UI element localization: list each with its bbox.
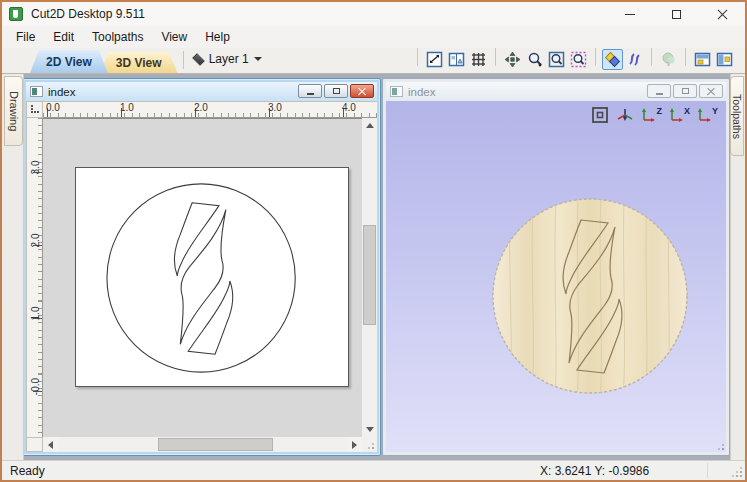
close-icon: [358, 87, 366, 95]
zoom-to-drawing-icon: [426, 51, 443, 68]
menubar: File Edit Toolpaths View Help: [2, 26, 745, 48]
window-title: Cut2D Desktop 9.511: [31, 7, 145, 21]
axis-label-y: Y: [712, 107, 718, 116]
vector-artwork[interactable]: [76, 168, 348, 386]
toggle-2d-3d-view-button[interactable]: [446, 49, 467, 70]
viewport-3d[interactable]: Z X: [386, 101, 726, 452]
tile-windows-horizontal-button[interactable]: [692, 49, 713, 70]
pan-view-icon: [504, 51, 521, 68]
toolbar-icon-group: [412, 48, 745, 73]
status-separator: [707, 463, 708, 478]
scroll-up-button[interactable]: [362, 118, 377, 133]
layer-selector[interactable]: Layer 1: [189, 47, 268, 73]
arrow-down-icon: [366, 427, 374, 432]
maximize-button[interactable]: [653, 2, 699, 26]
zoom-to-drawing-button[interactable]: [424, 49, 445, 70]
arrow-up-icon: [366, 123, 374, 128]
plan-view-z-button[interactable]: Z: [641, 107, 662, 123]
child-restore-button[interactable]: [673, 84, 697, 98]
ruler-label: 0.0: [46, 102, 60, 113]
scroll-right-button[interactable]: [347, 437, 362, 452]
window-2d-title: index: [48, 86, 76, 98]
minimize-button[interactable]: [607, 2, 653, 26]
ruler-label: 3.0: [268, 102, 282, 113]
zoom-to-selection-button[interactable]: [568, 49, 589, 70]
drawing-canvas-2d[interactable]: [43, 118, 362, 437]
side-view-y-button[interactable]: Y: [697, 107, 718, 123]
window-3d-titlebar[interactable]: index: [386, 82, 726, 101]
snap-to-guides-icon: [626, 51, 643, 68]
status-bar: Ready X: 3.6241 Y: -0.9986: [2, 460, 745, 480]
zoom-box-icon: [548, 51, 565, 68]
vertical-scrollbar[interactable]: [362, 118, 377, 437]
close-button[interactable]: [699, 2, 745, 26]
zoom-interactive-button[interactable]: [524, 49, 545, 70]
tab-3d-view[interactable]: 3D View: [100, 52, 178, 73]
scroll-down-button[interactable]: [362, 422, 377, 437]
toolbar-separator: [651, 48, 652, 66]
view-tabs: 2D View 3D View: [30, 47, 178, 73]
tile-windows-vertical-button[interactable]: [714, 49, 735, 70]
vertical-ruler[interactable]: 3.0 2.0 1.0 -0.0: [26, 118, 43, 437]
snap-to-objects-button[interactable]: [602, 49, 623, 70]
window-3d-title: index: [408, 86, 436, 98]
layer-icon: [192, 53, 205, 66]
axis-label-x: X: [684, 107, 690, 116]
document-icon: [390, 86, 403, 97]
menu-edit[interactable]: Edit: [44, 27, 83, 47]
titlebar: Cut2D Desktop 9.511: [2, 2, 745, 26]
snap-to-guides-button[interactable]: [624, 49, 645, 70]
toolbar: 2D View 3D View Layer 1: [2, 48, 745, 74]
arrow-right-icon: [352, 441, 357, 449]
pan-view-button[interactable]: [502, 49, 523, 70]
side-view-x-button[interactable]: X: [669, 107, 690, 123]
isometric-view-button[interactable]: [616, 107, 634, 123]
ruler-origin-icon[interactable]: [26, 101, 43, 118]
material-sheet: [75, 167, 349, 387]
toolbar-separator: [685, 48, 686, 66]
layer-selected-label: Layer 1: [209, 52, 249, 66]
close-icon: [717, 9, 728, 20]
app-logo-icon: [9, 7, 23, 21]
sidebar-tab-drawing[interactable]: Drawing: [4, 76, 23, 146]
minimize-icon: [656, 93, 663, 95]
snap-grid-button[interactable]: [468, 49, 489, 70]
ruler-label: 1.0: [30, 303, 41, 325]
sidebar-tab-toolpaths[interactable]: Toolpaths: [730, 76, 744, 156]
window-2d-titlebar[interactable]: index: [26, 82, 377, 101]
tab-2d-view[interactable]: 2D View: [30, 50, 108, 73]
window-resize-grip[interactable]: [732, 467, 742, 477]
horizontal-ruler[interactable]: 0.0 1.0 2.0 3.0 4.0: [43, 101, 377, 118]
ruler-label: 2.0: [194, 102, 208, 113]
resize-grip[interactable]: [362, 437, 377, 452]
cursor-coordinates: X: 3.6241 Y: -0.9986: [540, 464, 649, 478]
child-restore-button[interactable]: [324, 84, 348, 98]
menu-help[interactable]: Help: [196, 27, 239, 47]
zoom-extents-3d-button[interactable]: [591, 106, 609, 124]
menu-toolpaths[interactable]: Toolpaths: [83, 27, 152, 47]
toolbar-separator: [183, 51, 184, 69]
horizontal-scroll-thumb[interactable]: [158, 438, 273, 451]
child-close-button[interactable]: [350, 84, 374, 98]
horizontal-scrollbar[interactable]: [58, 437, 347, 452]
snap-to-objects-icon: [604, 51, 621, 68]
scroll-left-button[interactable]: [43, 437, 58, 452]
material-preview-3d: [386, 101, 726, 450]
right-dock-strip: Toolpaths: [730, 74, 745, 460]
menu-view[interactable]: View: [152, 27, 196, 47]
vertical-scroll-thumb[interactable]: [363, 225, 376, 325]
zoom-box-button[interactable]: [546, 49, 567, 70]
zoom-to-selection-icon: [570, 51, 587, 68]
ruler-label: 4.0: [342, 102, 356, 113]
tile-windows-horizontal-icon: [694, 51, 711, 68]
restore-icon: [333, 88, 340, 94]
toolpath-draw-toggle-button[interactable]: [658, 49, 679, 70]
status-message: Ready: [10, 464, 45, 478]
child-close-button[interactable]: [699, 84, 723, 98]
menu-file[interactable]: File: [7, 27, 44, 47]
child-minimize-button[interactable]: [298, 84, 322, 98]
child-minimize-button[interactable]: [647, 84, 671, 98]
resize-grip[interactable]: [714, 440, 724, 450]
zoom-interactive-icon: [526, 51, 543, 68]
arrow-left-icon: [48, 441, 53, 449]
